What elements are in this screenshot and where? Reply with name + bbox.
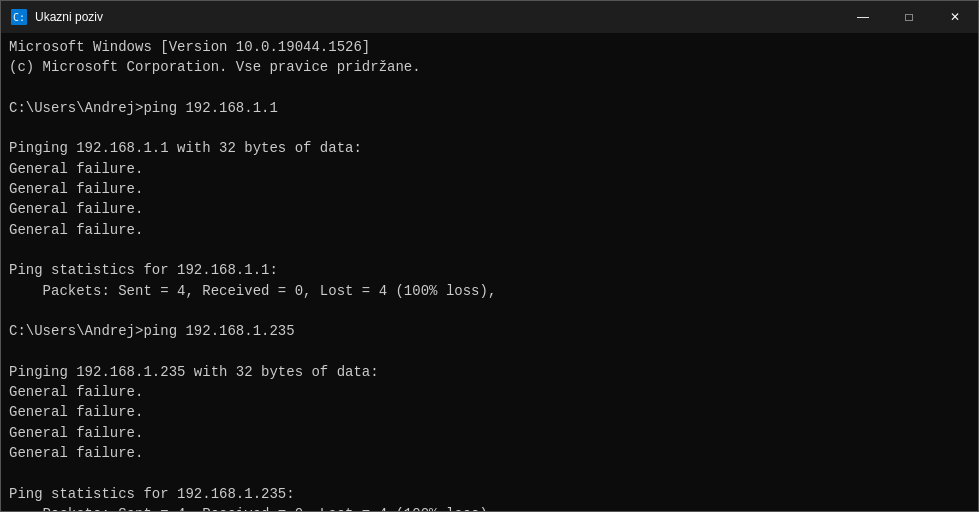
title-bar: C: Ukazni poziv — □ ✕ — [1, 1, 978, 33]
title-bar-left: C: Ukazni poziv — [11, 9, 103, 25]
console-text: Microsoft Windows [Version 10.0.19044.15… — [9, 37, 970, 511]
window-title: Ukazni poziv — [35, 10, 103, 24]
window-controls: — □ ✕ — [840, 1, 978, 33]
close-button[interactable]: ✕ — [932, 1, 978, 33]
console-output[interactable]: Microsoft Windows [Version 10.0.19044.15… — [1, 33, 978, 511]
cmd-window: C: Ukazni poziv — □ ✕ Microsoft Windows … — [0, 0, 979, 512]
cmd-icon: C: — [11, 9, 27, 25]
maximize-button[interactable]: □ — [886, 1, 932, 33]
minimize-button[interactable]: — — [840, 1, 886, 33]
svg-text:C:: C: — [13, 12, 25, 23]
